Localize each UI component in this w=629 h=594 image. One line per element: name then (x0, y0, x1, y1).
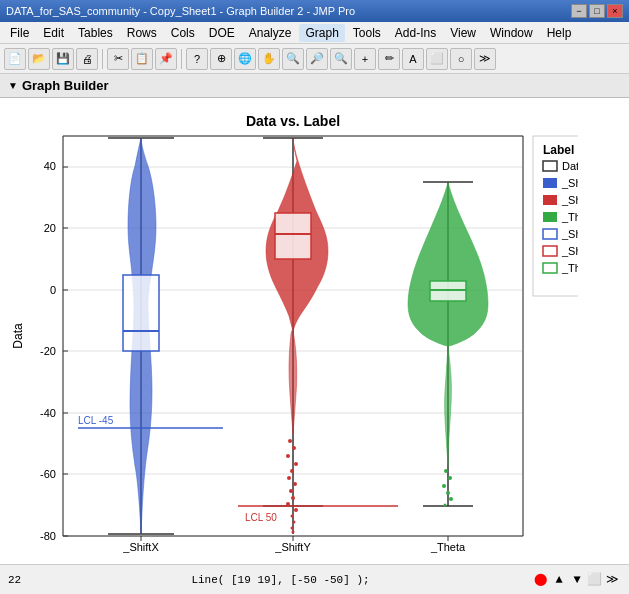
scroll-up-icon[interactable]: ▲ (551, 572, 567, 588)
svg-point-47 (444, 469, 448, 473)
svg-text:-20: -20 (40, 345, 56, 357)
legend-shiftx-fill-label: _ShiftX (561, 177, 578, 189)
cut-button[interactable]: ✂ (107, 48, 129, 70)
expand-icon[interactable]: ≫ (605, 572, 621, 588)
legend-data-icon (543, 161, 557, 171)
svg-point-50 (446, 491, 450, 495)
stop-icon[interactable]: ⬤ (533, 572, 549, 588)
menu-graph[interactable]: Graph (299, 24, 344, 42)
menu-cols[interactable]: Cols (165, 24, 201, 42)
minimize-button[interactable]: − (571, 4, 587, 18)
copy-button[interactable]: 📋 (131, 48, 153, 70)
legend-title: Label (543, 143, 574, 157)
shifty-lcl-label: LCL 50 (245, 512, 277, 523)
toolbar: 📄 📂 💾 🖨 ✂ 📋 📌 ? ⊕ 🌐 ✋ 🔍 🔎 🔍 + ✏ A ⬜ ○ ≫ (0, 44, 629, 74)
zoom-in[interactable]: 🔎 (306, 48, 328, 70)
panel-header: ▼ Graph Builder (0, 74, 629, 98)
svg-point-34 (287, 476, 291, 480)
status-text: Line( [19 19], [-50 -50] ); (191, 574, 369, 586)
maximize-button[interactable]: □ (589, 4, 605, 18)
separator-1 (102, 49, 103, 69)
panel-title: Graph Builder (22, 78, 109, 93)
shifty-box (275, 213, 311, 259)
row-number: 22 (8, 574, 28, 586)
resize-icon[interactable]: ⬜ (587, 572, 603, 588)
svg-point-49 (442, 484, 446, 488)
print-button[interactable]: 🖨 (76, 48, 98, 70)
legend-shiftx-outline-label: _ShiftX (561, 228, 578, 240)
svg-point-37 (291, 496, 295, 500)
save-button[interactable]: 💾 (52, 48, 74, 70)
title-bar: DATA_for_SAS_community - Copy_Sheet1 - G… (0, 0, 629, 22)
shiftx-box (123, 275, 159, 351)
svg-point-29 (288, 439, 292, 443)
menu-view[interactable]: View (444, 24, 482, 42)
title-bar-controls: − □ × (571, 4, 623, 18)
pencil-tool[interactable]: ✏ (378, 48, 400, 70)
separator-2 (181, 49, 182, 69)
new-button[interactable]: 📄 (4, 48, 26, 70)
zoom-out[interactable]: 🔍 (330, 48, 352, 70)
svg-text:_ShiftX: _ShiftX (122, 541, 159, 553)
legend-theta-outline-icon (543, 263, 557, 273)
menu-file[interactable]: File (4, 24, 35, 42)
tool4[interactable]: 🌐 (234, 48, 256, 70)
svg-point-51 (449, 497, 453, 501)
legend-data-label: Data (562, 160, 578, 172)
menu-edit[interactable]: Edit (37, 24, 70, 42)
title-bar-text: DATA_for_SAS_community - Copy_Sheet1 - G… (6, 5, 571, 17)
svg-point-32 (294, 462, 298, 466)
legend-theta-fill-icon (543, 212, 557, 222)
menu-tools[interactable]: Tools (347, 24, 387, 42)
menu-window[interactable]: Window (484, 24, 539, 42)
scroll-down-icon[interactable]: ▼ (569, 572, 585, 588)
chart-title: Data vs. Label (246, 113, 340, 129)
svg-point-42 (291, 527, 294, 530)
legend-shiftx-outline-icon (543, 229, 557, 239)
y-axis-label: Data (11, 323, 25, 349)
menu-addins[interactable]: Add-Ins (389, 24, 442, 42)
svg-text:_ShiftY: _ShiftY (274, 541, 311, 553)
svg-point-36 (289, 489, 293, 493)
tool3[interactable]: ⊕ (210, 48, 232, 70)
svg-point-39 (294, 508, 298, 512)
legend-theta-fill-label: _Theta (561, 211, 578, 223)
panel-toggle[interactable]: ▼ (8, 80, 18, 91)
open-button[interactable]: 📂 (28, 48, 50, 70)
close-button[interactable]: × (607, 4, 623, 18)
legend-shifty-fill-icon (543, 195, 557, 205)
svg-point-35 (293, 482, 297, 486)
paste-button[interactable]: 📌 (155, 48, 177, 70)
x-axis-label: Label (278, 555, 307, 556)
menu-doe[interactable]: DOE (203, 24, 241, 42)
svg-point-30 (292, 446, 296, 450)
crosshair[interactable]: + (354, 48, 376, 70)
legend-shifty-outline-icon (543, 246, 557, 256)
status-bar: 22 Line( [19 19], [-50 -50] ); ⬤ ▲ ▼ ⬜ ≫ (0, 564, 629, 594)
help-btn[interactable]: ? (186, 48, 208, 70)
svg-point-41 (293, 521, 296, 524)
hand-tool[interactable]: ✋ (258, 48, 280, 70)
menu-rows[interactable]: Rows (121, 24, 163, 42)
chart-svg: Data vs. Label 40 20 0 -20 -40 (8, 106, 578, 556)
svg-point-52 (444, 504, 447, 507)
status-bar-controls: ⬤ ▲ ▼ ⬜ ≫ (533, 572, 621, 588)
select-tool[interactable]: 🔍 (282, 48, 304, 70)
svg-text:0: 0 (50, 284, 56, 296)
annotation-tool[interactable]: A (402, 48, 424, 70)
svg-point-31 (286, 454, 290, 458)
legend-shifty-outline-label: _ShiftY (561, 245, 578, 257)
svg-point-43 (292, 531, 295, 534)
legend-shiftx-fill-icon (543, 178, 557, 188)
more-tools[interactable]: ≫ (474, 48, 496, 70)
shiftx-lcl-label: LCL -45 (78, 415, 114, 426)
menu-help[interactable]: Help (541, 24, 578, 42)
main-content: Data vs. Label 40 20 0 -20 -40 (0, 98, 629, 564)
svg-text:-40: -40 (40, 407, 56, 419)
select-rect[interactable]: ⬜ (426, 48, 448, 70)
svg-text:_Theta: _Theta (430, 541, 466, 553)
lasso[interactable]: ○ (450, 48, 472, 70)
menu-tables[interactable]: Tables (72, 24, 119, 42)
menu-analyze[interactable]: Analyze (243, 24, 298, 42)
svg-text:-80: -80 (40, 530, 56, 542)
